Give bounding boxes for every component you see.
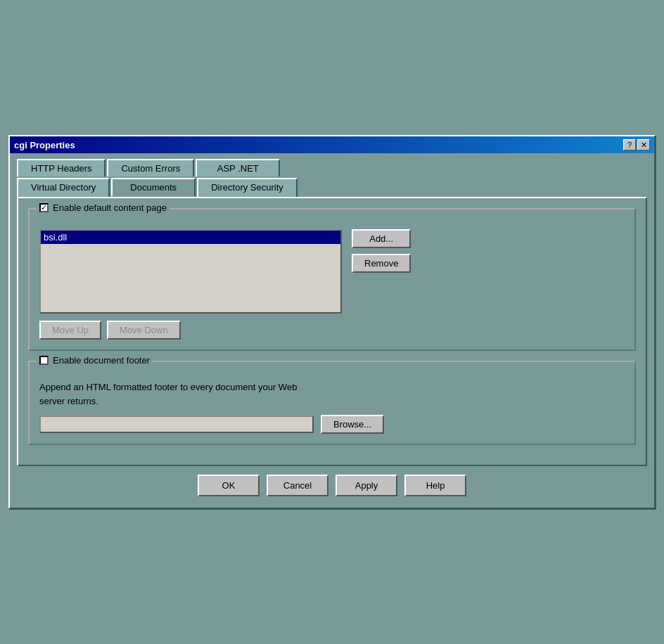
tab-documents[interactable]: Documents (111, 178, 196, 197)
help-title-button[interactable]: ? (623, 139, 636, 150)
remove-button[interactable]: Remove (352, 254, 411, 273)
title-bar: cgi Properties ? ✕ (10, 136, 654, 153)
content-listbox[interactable]: bsi.dll (39, 229, 342, 314)
dialog-window: cgi Properties ? ✕ HTTP Headers Custom E… (8, 135, 656, 509)
tab-virtual-directory[interactable]: Virtual Directory (17, 178, 110, 197)
content-page-legend: ✓ Enable default content page (37, 202, 170, 213)
close-title-button[interactable]: ✕ (637, 139, 650, 150)
tab-asp-net[interactable]: ASP .NET (196, 159, 280, 176)
ok-button[interactable]: OK (198, 475, 260, 496)
bottom-buttons: OK Cancel Apply Help (17, 466, 647, 501)
dialog-body: HTTP Headers Custom Errors ASP .NET Virt… (10, 153, 654, 508)
list-area: bsi.dll Add... Remove (39, 229, 625, 314)
footer-label: Enable document footer (53, 355, 150, 366)
footer-path-input[interactable] (39, 416, 314, 433)
move-down-button[interactable]: Move Down (107, 321, 181, 340)
apply-button[interactable]: Apply (336, 475, 397, 496)
content-page-label: Enable default content page (53, 202, 167, 213)
tab-directory-security[interactable]: Directory Security (197, 178, 298, 197)
footer-group: Enable document footer Append an HTML fo… (28, 361, 636, 445)
enable-content-checkbox[interactable]: ✓ (39, 203, 49, 212)
tab-content-area: ✓ Enable default content page bsi.dll Ad… (17, 197, 647, 466)
footer-description: Append an HTML formatted footer to every… (39, 380, 625, 408)
add-button[interactable]: Add... (352, 229, 411, 248)
tab-custom-errors[interactable]: Custom Errors (107, 159, 194, 176)
list-side-buttons: Add... Remove (352, 229, 411, 273)
tab-http-headers[interactable]: HTTP Headers (17, 159, 106, 176)
title-text: cgi Properties (14, 140, 75, 150)
help-button[interactable]: Help (404, 475, 466, 496)
title-bar-buttons: ? ✕ (623, 139, 650, 150)
move-up-button[interactable]: Move Up (39, 321, 101, 340)
footer-row: Browse... (39, 415, 625, 434)
listbox-item-bsidll[interactable]: bsi.dll (41, 231, 340, 244)
cancel-button[interactable]: Cancel (267, 475, 328, 496)
footer-legend: Enable document footer (37, 355, 153, 366)
move-buttons: Move Up Move Down (39, 321, 625, 340)
browse-button[interactable]: Browse... (321, 415, 384, 434)
enable-footer-checkbox[interactable] (39, 356, 49, 365)
content-page-group: ✓ Enable default content page bsi.dll Ad… (28, 208, 636, 351)
